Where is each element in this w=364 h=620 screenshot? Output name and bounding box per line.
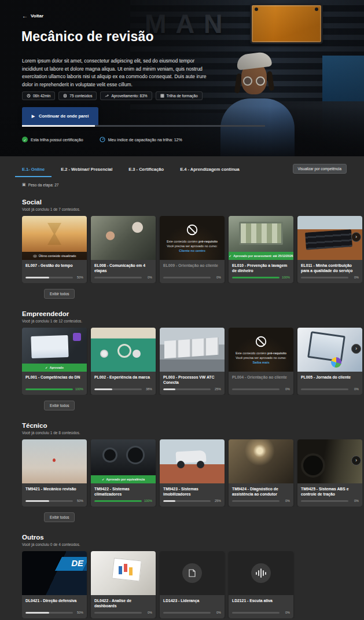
course-progress: 100% [229, 275, 293, 283]
course-progress: 0% [297, 498, 362, 507]
thumbnail-brand-text: DE [71, 558, 83, 568]
course-title: EL007 - Gestão do tempo [22, 260, 87, 275]
tab-e2-webinar-presencial[interactable]: E.2 - Webinar/ Presencial [54, 164, 119, 177]
performance-icon [105, 94, 109, 98]
course-card[interactable]: EL011 - Minha contribuição para a qualid… [297, 216, 362, 283]
course-card[interactable]: PL002 - Experiência da marca 38% [91, 328, 156, 395]
course-card[interactable]: LD1423 - Liderança 0% [160, 551, 225, 618]
tab-e1-online[interactable]: E.1- Online [15, 164, 52, 177]
course-card-locked[interactable]: Este conteúdo contém pré-requisito Você … [160, 216, 225, 283]
trail-icon [160, 94, 164, 98]
section-social: Social Você já concluiu 1 de 7 conteúdos… [0, 199, 364, 299]
course-title: LD1423 - Liderança [160, 595, 225, 610]
play-icon: ▶ [32, 114, 35, 119]
course-thumbnail: ✓ Aprovado por equivalência [91, 439, 156, 483]
show-all-button[interactable]: Exibir todos [44, 289, 75, 299]
course-card[interactable]: ✓ Aprovado por assessment: até 25/12/202… [229, 216, 293, 283]
tab-e3-certificacao[interactable]: E.3 - Certificação [122, 164, 171, 177]
prerequisite-link[interactable]: Saiba mais [252, 361, 269, 364]
course-title: PL005 - Jornada do cliente [297, 372, 362, 387]
section-title: Empreendedor [22, 310, 364, 317]
course-thumbnail [229, 551, 293, 595]
course-card[interactable]: EL008 - Comunicação em 4 etapas 0% [91, 216, 156, 283]
course-progress: 0% [91, 610, 156, 618]
section-empreendedor: Empreendedor Você já concluiu 1 de 12 co… [0, 310, 364, 410]
course-title: PL002 - Experiência da marca [91, 372, 156, 387]
course-card[interactable]: ✓ Aprovado PL001 - Competências do DN 10… [22, 328, 87, 395]
course-thumbnail: Este conteúdo contém pré-requisito Você … [229, 328, 293, 372]
card-carousel: Último conteúdo visualizado EL007 - Gest… [22, 216, 362, 283]
prerequisite-overlay: Este conteúdo contém pré-requisito Você … [229, 328, 293, 372]
course-card[interactable]: DL0422 - Analise de dashboards 0% [91, 551, 156, 618]
prerequisite-overlay: Este conteúdo contém pré-requisito Você … [160, 216, 225, 260]
course-thumbnail [160, 439, 225, 483]
course-title: EL011 - Minha contribuição para a qualid… [297, 260, 362, 275]
course-thumbnail: DE [22, 551, 87, 595]
section-title: Outros [22, 534, 364, 541]
course-card[interactable]: Último conteúdo visualizado EL007 - Gest… [22, 216, 87, 283]
course-title: TM9422 - Sistemas climatizadores [91, 483, 156, 498]
course-card[interactable]: TM9423 - Sistemas imobilizadores 25% [160, 439, 225, 507]
prerequisite-link[interactable]: Cliente no centro [179, 249, 205, 252]
last-viewed-badge: Último conteúdo visualizado [22, 252, 87, 260]
section-tecnico: Técnico Você já concluiu 1 de 8 conteúdo… [0, 422, 364, 522]
course-thumbnail [160, 551, 225, 595]
course-progress: 0% [297, 387, 362, 395]
page-title: Mecânico de revisão [21, 29, 154, 45]
course-title: PL003 - Processos VW ATC Conecta [160, 372, 225, 387]
course-card[interactable]: PL005 - Jornada do cliente 0% [297, 328, 362, 395]
show-all-button[interactable]: Exibir todos [44, 512, 75, 522]
check-icon: ✓ [45, 366, 48, 369]
course-title: EL010 - Prevenção a lavagem de dinheiro [229, 260, 293, 275]
course-progress: 100% [91, 498, 156, 507]
course-progress: 38% [91, 387, 156, 395]
continue-button[interactable]: ▶ Continuar de onde parei [22, 107, 98, 125]
eye-icon [33, 255, 37, 258]
info-badges: 06h 42min 75 conteúdos Aproveitamento: 8… [22, 91, 203, 100]
trail-progress-bar [22, 125, 265, 127]
view-by-competence-button[interactable]: Visualizar por competência [293, 164, 347, 174]
carousel-next-button[interactable]: › [351, 344, 361, 354]
course-progress: 0% [297, 275, 362, 283]
back-arrow-icon: ← [22, 13, 28, 19]
course-progress: 0% [229, 610, 293, 618]
section-title: Social [22, 199, 364, 206]
course-thumbnail [160, 328, 225, 372]
course-title: TM9421 - Mecânico revisão [22, 483, 87, 498]
carousel-next-button[interactable]: › [351, 456, 361, 465]
card-carousel: ✓ Aprovado PL001 - Competências do DN 10… [22, 328, 362, 395]
back-button[interactable]: ← Voltar [22, 13, 43, 19]
course-progress: 100% [22, 387, 87, 395]
course-progress: 50% [22, 498, 87, 507]
course-card[interactable]: ✓ Aprovado por equivalência TM9422 - Sis… [91, 439, 156, 507]
course-card[interactable]: TM9421 - Mecânico revisão 50% [22, 439, 87, 507]
course-card[interactable]: TM9424 - Diagnóstico de assistência ao c… [229, 439, 293, 507]
course-progress: 50% [22, 275, 87, 283]
course-thumbnail: Este conteúdo contém pré-requisito Você … [160, 216, 225, 260]
blocked-icon [186, 223, 198, 236]
course-thumbnail [91, 551, 156, 595]
course-progress: 0% [160, 275, 225, 283]
course-card-locked[interactable]: Este conteúdo contém pré-requisito Você … [229, 328, 293, 395]
carousel-next-button[interactable]: › [351, 232, 361, 242]
course-card[interactable]: DE DL0421 - Direção defensiva 50% [22, 551, 87, 618]
card-carousel: TM9421 - Mecânico revisão 50% ✓ Aprovado… [22, 439, 362, 507]
duration-badge: 06h 42min [22, 91, 55, 100]
course-title: TM9423 - Sistemas imobilizadores [160, 483, 225, 498]
course-description: Lorem ipsum dolor sit amet, consectetur … [22, 57, 209, 89]
course-progress: 25% [160, 387, 225, 395]
section-subtitle: Você já concluiu 1 de 7 conteúdos. [22, 207, 364, 211]
tab-e4-aprendizagem-continua[interactable]: E.4 - Aprendizagem contínua [173, 164, 247, 177]
blocked-icon [255, 335, 267, 348]
course-thumbnail [22, 439, 87, 483]
contents-icon [63, 94, 67, 98]
section-title: Técnico [22, 422, 364, 429]
course-card[interactable]: TM9425 - Sistemas ABS e controle de traç… [297, 439, 362, 507]
course-progress: 0% [229, 387, 293, 395]
course-card[interactable]: PL003 - Processos VW ATC Conecta 25% [160, 328, 225, 395]
capacity-note: Meu índice de capacitação na trilha: 12% [100, 137, 182, 142]
clock-icon [27, 94, 31, 98]
show-all-button[interactable]: Exibir todos [44, 401, 75, 410]
course-title: PL004 - Orientação ao cliente [229, 372, 293, 387]
course-card[interactable]: LD2121 - Escuta ativa 0% [229, 551, 293, 618]
